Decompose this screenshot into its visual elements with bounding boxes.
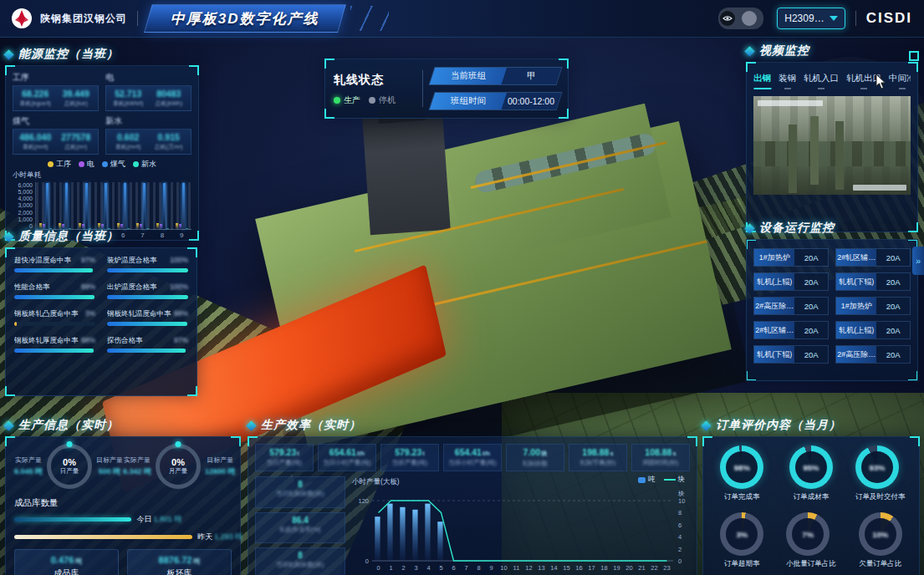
order-donut-hole: 93% [861, 451, 893, 483]
legend-item[interactable]: 块 [664, 475, 686, 485]
metric-label: 轧制块数 [508, 460, 562, 468]
metric-unit: s [672, 450, 676, 457]
energy-group-name: 新水 [105, 115, 191, 127]
panel-devices-title: 设备运行监控 [759, 221, 835, 236]
store-bar-value: 1,293 吨 [214, 532, 242, 541]
legend-item[interactable]: 工序 [48, 159, 71, 170]
metric-value: 654.61t/h [320, 447, 374, 457]
device-name: 2#高压除… [754, 298, 794, 314]
efficiency-metric: 198.88s轧制节奏(秒) [569, 444, 627, 471]
legend-label: 块 [678, 475, 686, 485]
legend-dot [102, 161, 108, 167]
energy-metric-label: 单耗(m³/t) [15, 143, 56, 151]
order-metric: 93%订单及时交付率 [855, 445, 906, 502]
bar-group [117, 182, 130, 229]
video-tab-中间冷[interactable]: 中间冷 [889, 73, 911, 89]
badge-label: 班组时间 [451, 95, 486, 107]
svg-text:13: 13 [538, 564, 544, 572]
quality-item-row: 钢板终轧温度命中率99% [107, 309, 188, 319]
svg-text:6: 6 [678, 522, 682, 529]
quality-grid: 超快冷温度命中率97%装炉温度合格率100%性能合格率99%出炉温度合格率100… [14, 256, 188, 353]
efficiency-metric: 7.00块轧制块数 [506, 444, 564, 471]
svg-text:22: 22 [651, 564, 657, 572]
panel-production-title: 生产信息（实时） [18, 418, 119, 433]
diamond-icon [3, 232, 14, 242]
order-label: 订单完成率 [720, 492, 763, 502]
eye-icon [720, 11, 735, 26]
production-gauge: 实际产量6.342 吨0%月产量目标产量12600 吨 [123, 444, 236, 489]
visibility-toggle[interactable] [718, 8, 763, 29]
store-card-value: 0.476吨 [51, 555, 83, 566]
quality-label: 钢板终轧凸度命中率 [14, 309, 79, 319]
plan-select[interactable]: H2309… [777, 8, 845, 29]
energy-metric-label: 单耗(kWh/t) [108, 99, 149, 108]
quality-label: 性能合格率 [14, 282, 50, 293]
camera-osd-timestamp [758, 100, 823, 106]
svg-text:11: 11 [513, 564, 520, 572]
legend-dot [133, 161, 139, 167]
energy-group-name: 煤气 [13, 115, 99, 127]
status-label: 生产 [344, 94, 360, 106]
gauge-target-label: 目标产量 [96, 455, 123, 465]
quality-value: 99% [81, 282, 95, 291]
energy-metric-value: 486.040 [15, 132, 56, 142]
line-status-停机: 停机 [369, 94, 396, 106]
quality-item-row: 钢板终轧凸度命中率3% [14, 309, 95, 319]
legend-item[interactable]: 煤气 [102, 159, 125, 170]
gauge-target: 目标产量12600 吨 [205, 455, 236, 477]
legend-dot [48, 161, 54, 167]
metric-value: 198.88s [571, 447, 625, 457]
hour-output-chart: 小时产量(大板) 吨块 01200246810块0123456789101112… [352, 476, 690, 575]
energy-group-card: 52.713单耗(kWh/t)80483总耗(kWh) [105, 85, 191, 111]
quality-label: 探伤合格率 [107, 336, 143, 346]
device-value: 20A [794, 298, 828, 314]
legend-item[interactable]: 电 [79, 159, 94, 170]
bar-煤气 [163, 183, 166, 229]
app-title: 中厚板3D数字化产线 [171, 9, 319, 28]
energy-metric-label: 总耗(tce) [56, 99, 97, 108]
video-tab-装钢[interactable]: 装钢 [779, 73, 796, 89]
diamond-icon [701, 420, 712, 431]
legend-dot [79, 161, 84, 167]
svg-text:120: 120 [358, 497, 369, 505]
diamond-icon [3, 49, 14, 60]
quality-bar-fill [14, 349, 94, 353]
legend-label: 煤气 [110, 159, 125, 170]
metric-label: 当日轧制块数(块) [258, 490, 343, 498]
svg-text:17: 17 [588, 564, 595, 572]
legend-item[interactable]: 新水 [133, 159, 156, 170]
fullscreen-icon[interactable] [909, 51, 919, 61]
quality-value: 3% [85, 309, 95, 318]
metric-label: 当班小时产量(吨) [446, 459, 499, 467]
energy-metric-value: 0.602 [108, 132, 149, 142]
energy-metric: 486.040单耗(m³/t) [15, 132, 56, 151]
energy-group-card: 68.226单耗(kgce/t)39.449总耗(tce) [13, 85, 99, 111]
quality-item-row: 超快冷温度命中率97% [14, 256, 95, 266]
order-donut: 10% [859, 512, 902, 556]
device-name: 2#轧区辅… [836, 249, 876, 266]
diamond-icon [246, 420, 257, 431]
divider [422, 70, 423, 107]
quality-bar-fill [107, 268, 188, 272]
camera-texture [810, 116, 819, 186]
camera-view[interactable] [753, 96, 911, 195]
quality-label: 超快冷温度命中率 [14, 256, 71, 266]
panel-energy: 能源监控（当班） 工序68.226单耗(kgce/t)39.449总耗(tce)… [5, 45, 199, 241]
legend-item[interactable]: 吨 [638, 475, 656, 485]
expand-arrow-icon[interactable]: » [912, 247, 924, 275]
svg-text:19: 19 [613, 564, 620, 572]
quality-label: 装炉温度合格率 [107, 256, 157, 266]
bar-group [176, 182, 188, 229]
gauge-ring: 0%日产量 [47, 444, 92, 489]
legend-label: 吨 [648, 475, 656, 485]
store-bar: 今日1,801 吨 [14, 514, 232, 525]
quality-bar-track [107, 295, 188, 299]
video-tab-轧机入口[interactable]: 轧机入口 [804, 73, 839, 89]
video-tab-出钢[interactable]: 出钢 [753, 73, 771, 89]
order-donut: 98% [720, 445, 763, 489]
device-name: 1#加热炉 [754, 249, 794, 266]
svg-text:16: 16 [575, 564, 582, 572]
energy-group-name: 电 [105, 72, 191, 84]
y-tick: 3,000 [13, 202, 35, 208]
order-percent: 98% [734, 463, 750, 472]
